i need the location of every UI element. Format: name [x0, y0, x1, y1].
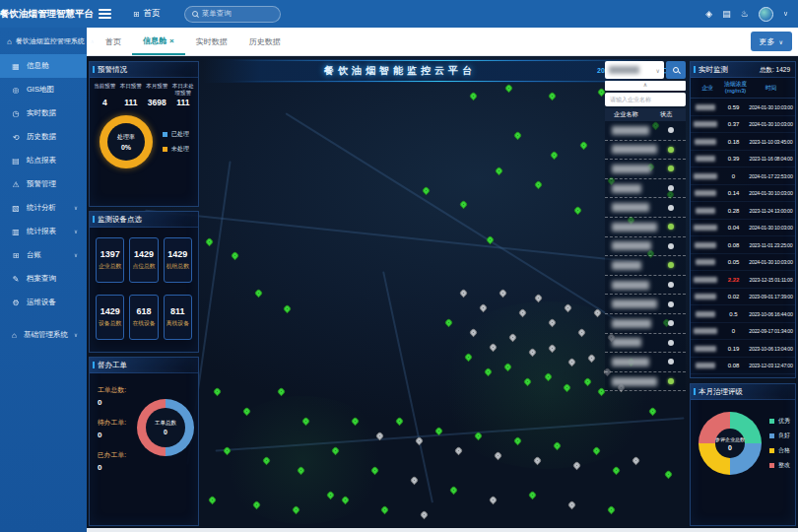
company-name-input[interactable]: 请输入企业名称	[605, 93, 686, 106]
map-pin[interactable]	[607, 505, 617, 515]
company-list-item[interactable]	[605, 276, 686, 296]
chevron-down-icon[interactable]: ∨	[783, 10, 788, 18]
hamburger-menu-icon[interactable]	[99, 7, 111, 21]
menu-search-input[interactable]: 菜单查询	[184, 6, 281, 23]
company-list-item[interactable]	[605, 121, 686, 141]
map-pin[interactable]	[449, 486, 459, 496]
realtime-table-row[interactable]: 0.05 2024-01-30 10:03:00	[691, 254, 795, 272]
company-list-item[interactable]	[605, 314, 686, 334]
device-stat-box[interactable]: 618 在线设备	[129, 295, 158, 340]
close-icon[interactable]: ×	[169, 36, 174, 45]
map-pin[interactable]	[231, 251, 240, 261]
realtime-table-row[interactable]: 0.19 2023-10-06 13:04:00	[691, 340, 795, 358]
map-pin[interactable]	[208, 496, 218, 505]
realtime-table-row[interactable]: 0.04 2024-01-30 10:03:00	[691, 220, 795, 237]
user-avatar[interactable]	[759, 7, 773, 22]
sidebar-item-gis-map[interactable]: ◎ GIS地图	[0, 78, 87, 101]
map-pin[interactable]	[410, 476, 420, 486]
map-pin[interactable]	[548, 92, 558, 101]
company-list-item[interactable]	[605, 218, 686, 237]
map-pin[interactable]	[573, 206, 583, 216]
realtime-table-row[interactable]: 0.28 2023-11-24 13:00:00	[691, 202, 795, 220]
map-pin[interactable]	[420, 510, 430, 520]
map-pin[interactable]	[479, 303, 489, 313]
company-list-item[interactable]	[605, 295, 686, 314]
collapse-toggle[interactable]: ∧	[605, 81, 686, 91]
map-pin[interactable]	[459, 289, 469, 299]
company-list-item[interactable]	[605, 179, 686, 199]
company-list-item[interactable]	[605, 198, 686, 218]
topbar-home-link[interactable]: ⊞ 首页	[133, 8, 161, 20]
realtime-table-row[interactable]: 0.5 2023-10-06 16:44:00	[691, 305, 795, 323]
map-pin[interactable]	[489, 496, 499, 505]
realtime-table-row[interactable]: 0.14 2024-01-30 10:03:00	[691, 185, 795, 203]
realtime-table-row[interactable]: 0.18 2023-11-10 03:45:00	[691, 133, 795, 151]
realtime-table-row[interactable]: 0 2022-09-17 01:34:00	[691, 323, 795, 341]
map-pin[interactable]	[528, 491, 538, 500]
sidebar-item-warning-manage[interactable]: ⚠ 预警管理	[0, 172, 87, 196]
realtime-table-row[interactable]: 2.22 2023-12-15 01:11:00	[691, 271, 795, 289]
tab-历史数据[interactable]: 历史数据	[238, 28, 292, 55]
realtime-table-row[interactable]: 0.02 2023-09-01 17:39:00	[691, 289, 795, 306]
realtime-table-row[interactable]: 0 2024-01-17 22:53:00	[691, 167, 795, 185]
device-stat-box[interactable]: 1429 点位总数	[129, 237, 158, 283]
company-list-item[interactable]	[605, 141, 686, 161]
map-pin[interactable]	[612, 466, 622, 476]
map-pin[interactable]	[499, 289, 508, 299]
realtime-table-row[interactable]: 0.08 2023-11-01 23:25:00	[691, 236, 795, 254]
map-pin[interactable]	[469, 92, 479, 101]
tab-实时数据[interactable]: 实时数据	[185, 28, 238, 55]
sidebar-system-header[interactable]: ⌂ 餐饮油烟监控管理系统 ∧	[0, 28, 87, 54]
realtime-table-row[interactable]: 0.37 2024-01-30 10:03:00	[691, 116, 795, 134]
tab-首页[interactable]: 首页	[95, 28, 132, 55]
map-pin[interactable]	[664, 470, 674, 480]
company-list-item[interactable]	[605, 256, 686, 276]
map-pin[interactable]	[534, 180, 544, 190]
device-stat-box[interactable]: 1429 机组总数	[164, 237, 192, 283]
realtime-table-row[interactable]: 0.08 2023-12-03 12:47:00	[691, 358, 795, 375]
sidebar-item-site-report[interactable]: ▤ 站点报表	[0, 149, 87, 172]
map-pin[interactable]	[495, 166, 504, 176]
company-list-item[interactable]	[605, 372, 686, 392]
sidebar-item-stat-analysis[interactable]: ▧ 统计分析 ∨	[0, 196, 87, 220]
map-pin[interactable]	[513, 131, 523, 141]
map-pin[interactable]	[459, 200, 469, 210]
company-list-item[interactable]	[605, 160, 686, 179]
map-pin[interactable]	[632, 456, 641, 466]
bottom-scrollbar[interactable]	[87, 528, 798, 532]
realtime-table-row[interactable]: 0.39 2023-11-16 08:04:00	[691, 151, 795, 168]
device-stat-box[interactable]: 1429 设备总数	[96, 295, 124, 340]
company-list-item[interactable]	[605, 334, 686, 354]
map-pin[interactable]	[205, 237, 215, 247]
sidebar-item-history-data[interactable]: ⟲ 历史数据	[0, 125, 87, 149]
map-pin[interactable]	[395, 417, 405, 427]
sidebar-item-base-system[interactable]: ⌂ 基础管理系统 ∨	[0, 323, 87, 347]
flame-icon[interactable]: ♨	[741, 9, 749, 19]
sidebar-item-realtime-data[interactable]: ◷ 实时数据	[0, 101, 87, 125]
tab-信息舱[interactable]: 信息舱 ×	[132, 28, 185, 55]
map-pin[interactable]	[567, 500, 577, 510]
sidebar-item-ledger[interactable]: ⊞ 台账 ∨	[0, 243, 87, 267]
map-pin[interactable]	[550, 151, 560, 161]
sidebar-item-stat-report[interactable]: ▥ 统计报表 ∨	[0, 220, 87, 243]
sidebar-item-device-ops[interactable]: ⚙ 运维设备	[0, 291, 87, 314]
area-select-dropdown[interactable]: ∨	[605, 61, 664, 79]
map-pin[interactable]	[380, 505, 390, 515]
device-stat-box[interactable]: 1397 企业总数	[96, 237, 124, 283]
theme-icon[interactable]: ◈	[705, 9, 712, 19]
company-search-button[interactable]	[666, 61, 686, 79]
map-pin[interactable]	[444, 318, 454, 328]
map-pin[interactable]	[415, 436, 425, 446]
map-pin[interactable]	[213, 387, 223, 397]
map-pin[interactable]	[504, 84, 514, 94]
realtime-table-row[interactable]: 0.59 2024-01-30 10:03:00	[691, 99, 795, 116]
company-list-item[interactable]	[605, 237, 686, 257]
map-pin[interactable]	[277, 387, 287, 397]
map-pin[interactable]	[454, 446, 464, 456]
map-pin[interactable]	[254, 289, 264, 299]
more-button[interactable]: 更多 ∨	[751, 32, 792, 51]
sidebar-item-dashboard[interactable]: ▦ 信息舱	[0, 54, 87, 78]
sidebar-item-archive-query[interactable]: ✎ 档案查询	[0, 267, 87, 291]
apps-icon[interactable]: ▤	[722, 9, 731, 19]
map-pin[interactable]	[283, 304, 293, 314]
